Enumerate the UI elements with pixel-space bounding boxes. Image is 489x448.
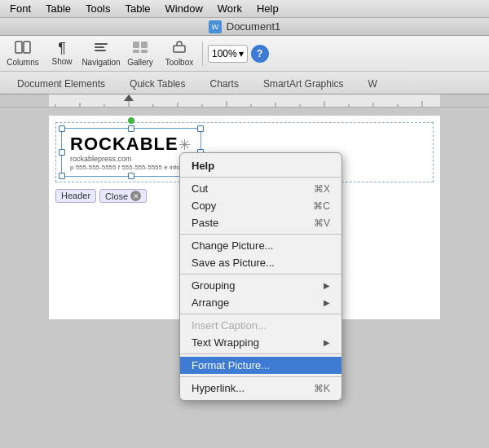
toolbar-columns[interactable]: Columns: [5, 38, 41, 69]
toolbar-toolbox-label: Toolbox: [165, 58, 193, 67]
tab-smartart[interactable]: SmartArt Graphics: [251, 74, 356, 94]
zoom-dropdown-icon: ▾: [239, 48, 244, 59]
gallery-icon: [132, 41, 148, 56]
ctx-save-picture-label: Save as Picture...: [192, 257, 275, 269]
ctx-insert-caption: Insert Caption...: [180, 317, 341, 334]
ctx-sep-2: [180, 274, 341, 275]
menu-help[interactable]: Help: [250, 0, 285, 18]
ctx-copy-shortcut: ⌘C: [313, 200, 330, 212]
ctx-copy[interactable]: Copy ⌘C: [180, 197, 341, 214]
toolbox-icon: [171, 41, 187, 56]
ctx-cut[interactable]: Cut ⌘X: [180, 180, 341, 197]
menu-table[interactable]: Table: [39, 0, 77, 18]
menu-table2[interactable]: Table: [118, 0, 156, 18]
ctx-hyperlink-shortcut: ⌘K: [314, 383, 330, 394]
handle-ml[interactable]: [59, 149, 65, 156]
ctx-sep-5: [180, 376, 341, 377]
ctx-paste[interactable]: Paste ⌘V: [180, 214, 341, 231]
menu-font[interactable]: Font: [3, 0, 37, 18]
ctx-text-wrapping-arrow: ▶: [324, 338, 330, 347]
rotation-handle[interactable]: [128, 117, 134, 124]
ctx-grouping-arrow: ▶: [324, 281, 330, 290]
ctx-grouping[interactable]: Grouping ▶: [180, 277, 341, 294]
title-bar: W Document1: [0, 18, 489, 36]
ctx-arrange[interactable]: Arrange ▶: [180, 294, 341, 311]
ctx-format-picture[interactable]: Format Picture...: [180, 357, 341, 374]
ctx-format-picture-label: Format Picture...: [192, 359, 270, 371]
context-menu: Help Cut ⌘X Copy ⌘C Paste ⌘V Change Pict…: [179, 152, 342, 401]
svg-rect-0: [15, 42, 22, 53]
logo-contact: p 555-555-5555 f 555-555-5555 e info@...: [70, 164, 192, 171]
svg-rect-6: [141, 42, 148, 48]
handle-tl[interactable]: [59, 125, 65, 132]
ctx-hyperlink[interactable]: Hyperlink... ⌘K: [180, 380, 341, 397]
toolbar-gallery[interactable]: Gallery: [122, 38, 158, 69]
ctx-change-picture-label: Change Picture...: [192, 239, 273, 252]
ctx-sep-0: [180, 177, 341, 178]
close-x-icon: ✕: [130, 191, 141, 201]
toolbar-help-button[interactable]: ?: [251, 45, 269, 63]
tab-w[interactable]: W: [356, 74, 390, 94]
handle-tr[interactable]: [197, 125, 204, 132]
ctx-copy-label: Copy: [192, 200, 216, 212]
menu-work[interactable]: Work: [211, 0, 249, 18]
ctx-cut-label: Cut: [192, 182, 208, 195]
navigation-icon: [93, 41, 109, 56]
ctx-text-wrapping-label: Text Wrapping: [192, 336, 259, 349]
svg-rect-7: [133, 50, 139, 53]
ctx-paste-label: Paste: [192, 217, 218, 229]
tab-quick-tables[interactable]: Quick Tables: [117, 74, 197, 94]
ctx-paste-shortcut: ⌘V: [314, 217, 330, 229]
svg-rect-8: [141, 50, 148, 53]
handle-bl[interactable]: [59, 173, 65, 179]
ctx-hyperlink-label: Hyperlink...: [192, 382, 244, 394]
toolbar-toolbox[interactable]: Toolbox: [161, 38, 197, 69]
menu-bar: Font Table Tools Table Window Work Help: [0, 0, 489, 18]
toolbar-show-label: Show: [51, 57, 72, 66]
handle-tc[interactable]: [128, 125, 134, 132]
svg-rect-1: [24, 42, 30, 53]
doc-icon: W: [209, 20, 222, 33]
close-header-btn[interactable]: Close ✕: [99, 189, 147, 203]
show-icon: ¶: [58, 41, 66, 55]
ctx-insert-caption-label: Insert Caption...: [192, 319, 267, 332]
zoom-value: 100%: [212, 48, 237, 59]
toolbar-gallery-label: Gallery: [127, 58, 153, 67]
svg-rect-12: [440, 94, 489, 108]
ctx-arrange-arrow: ▶: [324, 298, 330, 307]
menu-tools[interactable]: Tools: [79, 0, 117, 18]
toolbar-nav-label: Navigation: [82, 58, 120, 67]
ctx-cut-shortcut: ⌘X: [314, 183, 330, 195]
title-doc: W Document1: [209, 20, 280, 33]
header-label-btn[interactable]: Header: [55, 189, 96, 203]
ctx-text-wrapping[interactable]: Text Wrapping ▶: [180, 334, 341, 351]
svg-rect-11: [49, 94, 440, 108]
toolbar: Columns ¶ Show Navigation Gallery: [0, 36, 489, 72]
zoom-control[interactable]: 100% ▾: [208, 45, 248, 63]
columns-icon: [15, 41, 31, 56]
svg-rect-5: [133, 42, 139, 48]
ctx-change-picture[interactable]: Change Picture...: [180, 237, 341, 254]
svg-rect-10: [0, 94, 49, 108]
svg-rect-9: [174, 46, 185, 52]
svg-rect-2: [95, 43, 108, 45]
toolbar-show[interactable]: ¶ Show: [44, 38, 80, 69]
handle-bc[interactable]: [128, 173, 134, 179]
logo-subtitle: rockablepress.com: [70, 155, 192, 163]
svg-rect-4: [95, 50, 106, 51]
tab-charts[interactable]: Charts: [198, 74, 251, 94]
tab-document-elements[interactable]: Document Elements: [5, 74, 117, 94]
toolbar-divider: [202, 42, 203, 66]
ruler: [0, 94, 489, 108]
ctx-section-help: Help: [180, 156, 341, 174]
ctx-sep-3: [180, 314, 341, 314]
doc-title: Document1: [227, 20, 280, 33]
toolbar-navigation[interactable]: Navigation: [83, 38, 119, 69]
ctx-sep-4: [180, 354, 341, 354]
menu-window[interactable]: Window: [159, 0, 209, 18]
ctx-grouping-label: Grouping: [192, 279, 235, 292]
svg-rect-3: [95, 46, 104, 48]
ribbon-tabs: Document Elements Quick Tables Charts Sm…: [0, 72, 489, 94]
ctx-save-picture[interactable]: Save as Picture...: [180, 254, 341, 271]
logo-name: ROCKABLE✳: [70, 134, 192, 155]
